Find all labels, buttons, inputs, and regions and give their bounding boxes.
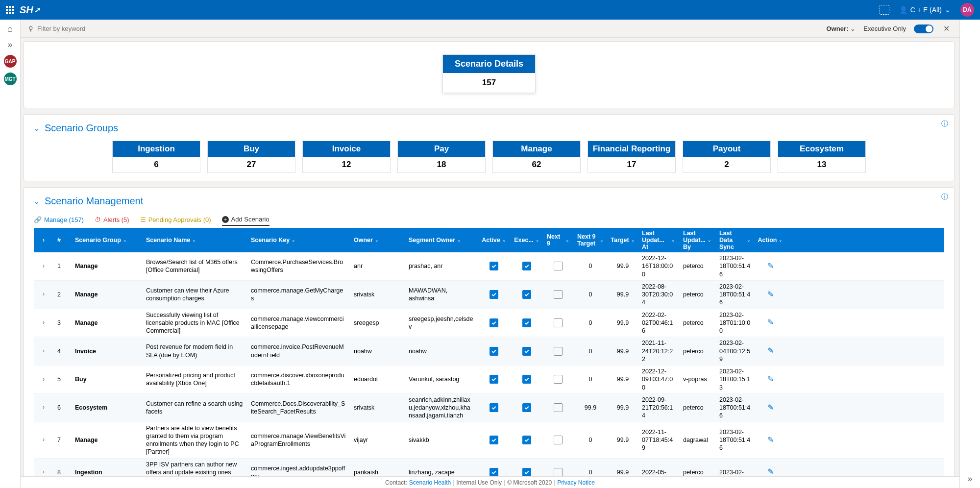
expand-rail-icon[interactable]: »	[5, 39, 16, 50]
avatar[interactable]: DA	[960, 3, 974, 17]
group-box[interactable]: Ecosystem13	[778, 141, 866, 173]
column-expand[interactable]: ›	[34, 235, 53, 245]
group-box[interactable]: Payout2	[683, 141, 771, 173]
footer-privacy-link[interactable]: Privacy Notice	[557, 479, 595, 486]
expand-row-icon[interactable]: ›	[43, 291, 45, 298]
edit-icon[interactable]: ✎	[767, 374, 774, 385]
column-last-data-sync[interactable]: Last Data Sync⌄	[715, 228, 755, 252]
column-next9-target[interactable]: Next 9 Target⌄	[573, 231, 608, 249]
group-box[interactable]: Pay18	[397, 141, 486, 173]
chevron-down-icon: ⌄	[945, 6, 951, 14]
checkbox[interactable]	[490, 436, 498, 444]
exec-only-toggle[interactable]	[914, 24, 933, 33]
checkbox[interactable]	[554, 262, 563, 270]
cell-last-data-sync: 2023-02-18T00:51:46	[715, 252, 755, 280]
checkbox[interactable]	[522, 403, 531, 412]
group-box[interactable]: Buy27	[207, 141, 295, 173]
section-header-management[interactable]: ⌄ Scenario Management	[34, 195, 944, 207]
group-box[interactable]: Invoice12	[302, 141, 391, 173]
column-last-updated-by[interactable]: Last Updat... By⌄	[679, 228, 715, 252]
column-segment[interactable]: Segment Owner⌄	[405, 235, 477, 245]
cell-last-updated-by: peterco	[679, 317, 715, 329]
checkbox[interactable]	[554, 403, 563, 412]
filter-icon: ⚲	[28, 25, 33, 32]
cell-owner: srivatsk	[350, 402, 405, 414]
home-icon[interactable]: ⌂	[5, 24, 16, 34]
expand-row-icon[interactable]: ›	[43, 319, 45, 327]
column-exec[interactable]: Exec...⌄	[511, 235, 543, 245]
tab-alerts[interactable]: ⏱Alerts (5)	[95, 214, 129, 226]
checkbox[interactable]	[522, 375, 531, 384]
checkbox[interactable]	[554, 318, 563, 327]
column-name[interactable]: Scenario Name⌄	[142, 235, 247, 245]
section-header-groups[interactable]: ⌄ Scenario Groups	[34, 122, 944, 134]
checkbox[interactable]	[490, 262, 498, 270]
checkbox[interactable]	[554, 436, 563, 444]
expand-row-icon[interactable]: ›	[43, 263, 45, 270]
checkbox[interactable]	[554, 347, 563, 356]
close-icon[interactable]: ✕	[941, 24, 952, 33]
metric-title: Scenario Details	[443, 55, 535, 73]
cell-key: commerce.discover.xboxoneproductdetailsa…	[247, 369, 350, 390]
info-icon[interactable]: ⓘ	[941, 193, 948, 201]
column-group[interactable]: Scenario Group⌄	[71, 235, 142, 245]
column-owner[interactable]: Owner⌄	[350, 235, 405, 245]
checkbox[interactable]	[490, 403, 498, 412]
edit-icon[interactable]: ✎	[767, 467, 774, 476]
owner-dropdown[interactable]: Owner:⌄	[827, 25, 856, 32]
group-box[interactable]: Financial Reporting17	[588, 141, 676, 173]
checkbox[interactable]	[522, 347, 531, 356]
group-box[interactable]: Ingestion6	[112, 141, 200, 173]
edit-icon[interactable]: ✎	[767, 261, 774, 271]
expand-row-icon[interactable]: ›	[43, 436, 45, 444]
group-count: 62	[493, 157, 580, 172]
tab-add-scenario[interactable]: +Add Scenario	[222, 214, 270, 226]
cell-target: 99.9	[608, 345, 638, 357]
info-icon[interactable]: ⓘ	[941, 120, 948, 128]
checkbox[interactable]	[490, 375, 498, 384]
filter-input[interactable]	[37, 25, 135, 32]
sidebar-item-gap[interactable]: GAP	[4, 55, 17, 68]
column-key[interactable]: Scenario Key⌄	[247, 235, 350, 245]
scan-icon[interactable]	[880, 5, 889, 15]
checkbox[interactable]	[554, 290, 563, 299]
tab-pending[interactable]: ☰Pending Approvals (0)	[140, 214, 211, 226]
edit-icon[interactable]: ✎	[767, 403, 774, 413]
app-launcher-icon[interactable]	[6, 6, 14, 14]
column-target[interactable]: Target⌄	[608, 235, 638, 245]
expand-row-icon[interactable]: ›	[43, 347, 45, 355]
column-number[interactable]: #	[53, 235, 71, 245]
cell-last-updated-by: peterco	[679, 466, 715, 476]
expand-row-icon[interactable]: ›	[43, 376, 45, 384]
checkbox[interactable]	[490, 347, 498, 356]
cell-target: 99.9	[608, 373, 638, 385]
checkbox[interactable]	[554, 468, 563, 476]
checkbox[interactable]	[522, 436, 531, 444]
cell-segment: prashac, anr	[405, 260, 477, 272]
expand-row-icon[interactable]: ›	[43, 468, 45, 476]
footer-contact-link[interactable]: Scenario Health	[409, 479, 451, 486]
edit-icon[interactable]: ✎	[767, 290, 774, 300]
checkbox[interactable]	[522, 318, 531, 327]
cell-last-updated-by: peterco	[679, 260, 715, 272]
checkbox[interactable]	[490, 290, 498, 299]
sidebar-item-mgt[interactable]: MGT	[4, 73, 17, 85]
column-last-updated-at[interactable]: Last Updat... At⌄	[638, 228, 679, 252]
checkbox[interactable]	[554, 375, 563, 384]
checkbox[interactable]	[522, 290, 531, 299]
tab-manage[interactable]: 🔗Manage (157)	[34, 214, 84, 226]
column-active[interactable]: Active⌄	[477, 235, 511, 245]
column-action[interactable]: Action⌄	[755, 235, 786, 245]
edit-icon[interactable]: ✎	[767, 346, 774, 356]
group-box[interactable]: Manage62	[492, 141, 581, 173]
scope-dropdown[interactable]: 👤 C + E (All) ⌄	[899, 6, 951, 14]
checkbox[interactable]	[490, 468, 498, 476]
checkbox[interactable]	[522, 468, 531, 476]
column-next9[interactable]: Next 9⌄	[543, 231, 573, 249]
checkbox[interactable]	[490, 318, 498, 327]
edit-icon[interactable]: ✎	[767, 317, 774, 328]
expand-rail-icon[interactable]: »	[967, 474, 972, 484]
checkbox[interactable]	[522, 262, 531, 270]
edit-icon[interactable]: ✎	[767, 435, 774, 445]
expand-row-icon[interactable]: ›	[43, 404, 45, 412]
